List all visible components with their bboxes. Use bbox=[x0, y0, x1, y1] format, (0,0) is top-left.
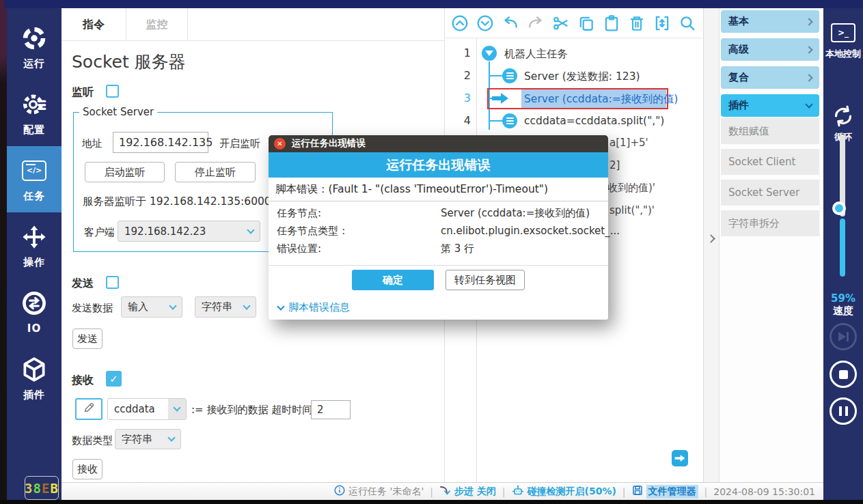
line-number: 3 bbox=[445, 92, 471, 104]
palette-group-advanced[interactable]: 高级 bbox=[721, 38, 819, 61]
run-task-status: 运行任务 '未命名' bbox=[334, 485, 424, 498]
sidebar-item-config[interactable]: 配置 bbox=[7, 80, 61, 146]
collapse-panel-chevron-icon[interactable] bbox=[707, 234, 715, 243]
step-forward-button[interactable] bbox=[672, 450, 688, 466]
sidebar-item-task[interactable]: </> 任务 bbox=[7, 146, 61, 212]
move-down-button[interactable] bbox=[476, 14, 494, 32]
local-control-label: 本地控制 bbox=[823, 48, 863, 60]
insert-node-icon[interactable] bbox=[653, 14, 671, 32]
undo-button[interactable] bbox=[502, 14, 519, 32]
dialog-titlebar-text: 运行任务出现错误 bbox=[292, 137, 366, 150]
file-manager-button[interactable]: 文件管理器 bbox=[632, 485, 698, 499]
tree-connector bbox=[489, 120, 504, 122]
send-label: 发送 bbox=[72, 277, 94, 291]
tree-row[interactable]: Server (发送数据: 123) bbox=[524, 70, 640, 84]
current-pointer-icon bbox=[491, 92, 509, 107]
redo-button[interactable] bbox=[527, 14, 545, 32]
line-number: 2 bbox=[445, 69, 471, 82]
chevron-right-icon bbox=[805, 46, 812, 53]
panel-gutter bbox=[704, 8, 720, 482]
right-sidebar: >_ 本地控制 循环 59% 速度 bbox=[823, 8, 863, 501]
palette-group-basic[interactable]: 基本 bbox=[721, 10, 819, 33]
tab-monitor[interactable]: 监控 bbox=[126, 8, 188, 41]
move-up-button[interactable] bbox=[451, 14, 469, 32]
speed-slider-track-lower[interactable] bbox=[840, 219, 845, 277]
client-select[interactable]: 192.168.142.23 bbox=[118, 221, 260, 242]
clock: 2024-08-09 15:30:01 bbox=[713, 486, 815, 497]
cut-icon[interactable] bbox=[552, 14, 570, 32]
field-label: 错误位置: bbox=[277, 242, 321, 255]
desktop-bottom-strip bbox=[0, 500, 863, 504]
listen-checkbox[interactable] bbox=[106, 85, 119, 98]
tree-row[interactable]: 机器人主任务 bbox=[504, 47, 568, 61]
pause-button[interactable] bbox=[830, 397, 857, 425]
delete-icon[interactable] bbox=[628, 14, 646, 32]
step-mode-toggle[interactable]: 步进 关闭 bbox=[439, 485, 496, 498]
copy-icon[interactable] bbox=[577, 14, 595, 32]
status-bar: 运行任务 '未命名' | 步进 关闭 | 碰撞检测开启(50%) | 文件管理器… bbox=[61, 482, 823, 500]
task-node-icon[interactable] bbox=[502, 68, 517, 83]
recv-variable-select[interactable]: ccddata bbox=[107, 398, 187, 420]
stop-button[interactable] bbox=[830, 361, 857, 388]
tree-row-fragment: 收到的值)' bbox=[607, 182, 655, 195]
task-node-icon[interactable] bbox=[502, 113, 517, 128]
stop-listen-button[interactable]: 停止监听 bbox=[175, 162, 256, 182]
dialog-titlebar[interactable]: ✕ 运行任务出现错误 bbox=[269, 135, 608, 152]
error-dialog: ✕ 运行任务出现错误 运行任务出现错误 脚本错误：(Fault 1- "(cla… bbox=[269, 135, 608, 320]
sidebar-item-io[interactable]: IO bbox=[7, 279, 61, 345]
edit-variable-button[interactable] bbox=[75, 398, 102, 420]
palette-item-socket-server[interactable]: Socket Server bbox=[721, 180, 819, 206]
tab-command[interactable]: 指令 bbox=[61, 8, 126, 41]
ok-button[interactable]: 确定 bbox=[352, 270, 434, 290]
robot-icon bbox=[512, 485, 524, 499]
recv-checkbox[interactable]: ✓ bbox=[106, 371, 122, 387]
chevron-down-icon bbox=[805, 100, 812, 108]
local-control-icon[interactable]: >_ bbox=[831, 23, 855, 42]
palette-item-socket-client[interactable]: Socket Client bbox=[721, 149, 819, 175]
paste-icon[interactable] bbox=[603, 14, 620, 32]
skip-to-end-button[interactable] bbox=[830, 323, 857, 350]
send-checkbox[interactable] bbox=[106, 276, 119, 289]
palette-group-plugin[interactable]: 插件 bbox=[721, 94, 819, 117]
sidebar-item-operate[interactable]: 操作 bbox=[7, 212, 61, 279]
send-button[interactable]: 发送 bbox=[72, 328, 102, 349]
chevron-down-icon bbox=[168, 399, 186, 419]
script-error-text: 脚本错误：(Fault 1- "(class 'TimeoutError')-T… bbox=[269, 178, 608, 201]
stop-icon bbox=[839, 370, 848, 379]
timeout-input[interactable]: 2 bbox=[311, 400, 351, 419]
address-input[interactable]: 192.168.142.135 bbox=[113, 132, 208, 153]
close-icon[interactable]: ✕ bbox=[274, 138, 286, 150]
start-listen-button[interactable]: 启动监听 bbox=[85, 162, 165, 182]
field-label: 任务节点类型： bbox=[277, 225, 348, 238]
tree-row[interactable]: ccddata=ccddata.split(",") bbox=[524, 115, 664, 127]
recv-button[interactable]: 接收 bbox=[72, 459, 102, 479]
sidebar-item-plugin[interactable]: 插件 bbox=[7, 345, 61, 411]
field-value: Server (ccddata:=接收到的值) bbox=[441, 207, 590, 220]
palette-item-array-assign[interactable]: 数组赋值 bbox=[721, 118, 819, 144]
send-source-select[interactable]: 输入 bbox=[121, 296, 182, 318]
skip-icon bbox=[838, 332, 846, 341]
loop-icon[interactable] bbox=[831, 104, 855, 131]
pencil-icon bbox=[83, 402, 95, 417]
tree-row-fragment: split(",")' bbox=[609, 204, 655, 216]
sidebar-item-run[interactable]: 运行 bbox=[7, 14, 61, 80]
palette-group-compound[interactable]: 复合 bbox=[721, 66, 819, 89]
goto-task-view-button[interactable]: 转到任务视图 bbox=[446, 270, 525, 290]
tree-row-selected[interactable]: Server (ccddata:=接收到的值) bbox=[524, 92, 678, 107]
group-title: Socket Server bbox=[79, 106, 157, 118]
listen-toggle-label: 开启监听 bbox=[219, 137, 260, 150]
desktop-corner bbox=[0, 0, 4, 8]
palette-item-string-split[interactable]: 字符串拆分 bbox=[721, 210, 819, 236]
collision-detect-toggle[interactable]: 碰撞检测开启(50%) bbox=[512, 485, 616, 499]
expand-node-icon[interactable] bbox=[482, 46, 497, 61]
search-icon[interactable] bbox=[679, 14, 696, 32]
chevron-down-icon bbox=[163, 430, 180, 449]
data-type-select[interactable]: 字符串 bbox=[115, 429, 181, 449]
divider bbox=[269, 265, 608, 266]
send-type-select[interactable]: 字符串 bbox=[195, 296, 256, 318]
script-error-details-link[interactable]: 脚本错误信息 bbox=[278, 301, 350, 314]
field-value: 第 3 行 bbox=[441, 242, 474, 255]
chevron-down-icon bbox=[242, 221, 260, 241]
step-icon bbox=[439, 485, 451, 498]
speed-slider-handle[interactable] bbox=[835, 204, 843, 212]
